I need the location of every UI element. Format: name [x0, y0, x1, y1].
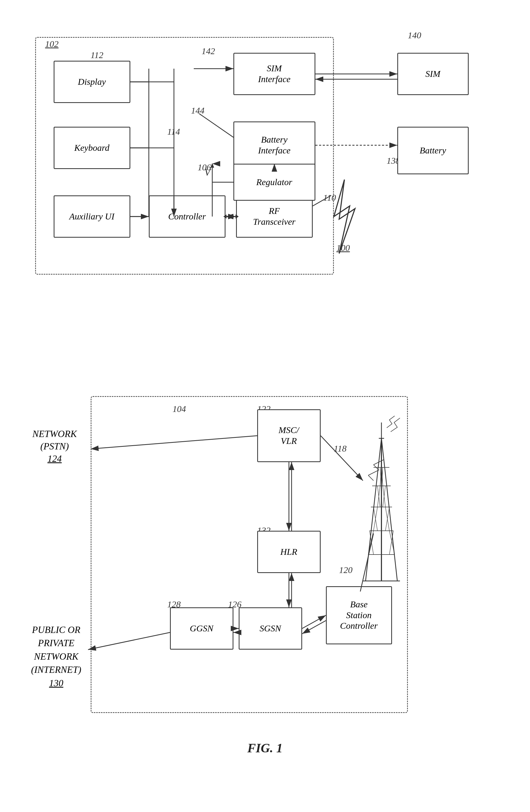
ref-130-label: 130 — [27, 677, 85, 690]
block-hlr: HLR — [257, 531, 321, 573]
block-regulator: Regulator — [233, 164, 315, 201]
block-battery: Battery — [397, 127, 469, 174]
ref-112: 112 — [91, 50, 103, 60]
block-sim: SIM — [397, 53, 469, 95]
ref-110: 110 — [323, 193, 336, 203]
ref-114: 114 — [167, 127, 180, 137]
block-ggsn: GGSN — [170, 607, 233, 650]
fig-caption: FIG. 1 — [248, 741, 282, 755]
block-msc: MSC/ VLR — [257, 409, 321, 462]
block-bsc: Base Station Controller — [326, 586, 392, 644]
ref-118: 118 — [334, 444, 347, 454]
ref-100: 100 — [336, 243, 350, 253]
diagram-top: 102 112 114 116 142 144 134 136 106 108 … — [27, 16, 503, 354]
block-rf: RF Transceiver — [236, 195, 313, 238]
block-aux: Auxiliary UI — [54, 195, 130, 238]
ref-104: 104 — [172, 404, 186, 414]
ref-102: 102 — [45, 39, 59, 49]
block-display: Display — [54, 61, 130, 103]
block-battery-interface: Battery Interface — [233, 121, 315, 169]
block-controller: Controller — [149, 195, 225, 238]
ref-106: 106 — [198, 162, 211, 172]
ref-124-label: 124 — [32, 453, 77, 465]
network-box — [91, 396, 408, 713]
label-network: NETWORK (PSTN) 124 — [32, 428, 77, 465]
ref-140: 140 — [408, 30, 421, 40]
ref-144: 144 — [191, 106, 205, 116]
ref-142: 142 — [202, 46, 215, 56]
ref-120: 120 — [339, 565, 353, 575]
diagram-bottom: 104 122 118 132 128 126 120 NETWORK (PST… — [27, 375, 503, 760]
block-keyboard: Keyboard — [54, 127, 130, 169]
page-container: 102 112 114 116 142 144 134 136 106 108 … — [0, 0, 530, 812]
block-sgsn: SGSN — [239, 607, 302, 650]
label-public: PUBLIC OR PRIVATE NETWORK (INTERNET) 130 — [27, 623, 85, 690]
block-sim-interface: SIM Interface — [233, 53, 315, 95]
